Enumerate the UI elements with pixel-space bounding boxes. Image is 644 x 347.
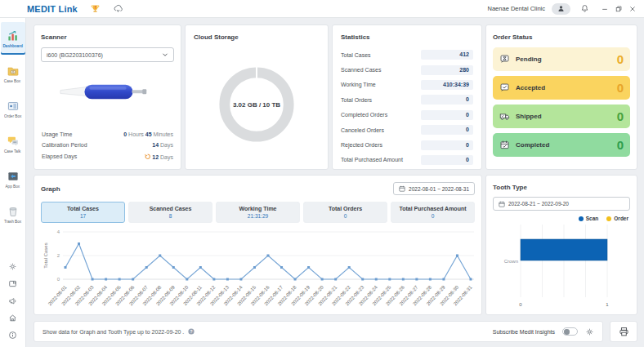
graph-date-range-picker[interactable]: 2022-08-01 ~ 2022-08-31 [393, 182, 475, 195]
print-button[interactable] [610, 321, 637, 342]
scanner-panel: Scanner i600 (BG2203100376) Usage Time0 … [34, 24, 181, 170]
cloud-storage-donut: 3.02 GB / 10 TB [217, 65, 297, 145]
footer-note: Show data for Graph and Tooth Type up to… [42, 329, 184, 335]
statistics-label: Completed Orders [341, 112, 387, 118]
sidebar: DashboardCase BoxOrder BoxCase TalkApp B… [0, 18, 26, 347]
dashboard-main: Scanner i600 (BG2203100376) Usage Time0 … [26, 18, 644, 347]
subscribe-insights-label: Subscribe Medit Insights [493, 329, 555, 335]
scanner-info-row: Calibration Period14 Days [42, 140, 173, 151]
tooth-type-date-range-picker[interactable]: 2022-08-21 ~ 2022-09-20 [493, 197, 630, 211]
sidebar-item-app-box[interactable]: App Box [1, 162, 25, 195]
tooth-type-title: Tooth Type [493, 184, 630, 191]
statistics-row-working-time: Working Time410:34:39 [341, 78, 473, 92]
order-box-icon [7, 100, 20, 113]
settings-icon[interactable] [8, 262, 17, 271]
graph-tab-value: 0 [344, 213, 347, 219]
order-status-label: Accepted [516, 84, 545, 91]
graph-tab-label: Scanned Cases [150, 206, 192, 211]
graph-tab-value: 0 [432, 213, 435, 219]
statistics-value: 0 [421, 95, 473, 105]
svg-text:?: ? [190, 330, 193, 334]
order-status-card-pending[interactable]: Pending0 [493, 47, 630, 71]
statistics-value: 280 [421, 65, 473, 75]
order-status-label: Pending [516, 56, 542, 63]
subscribe-insights-toggle[interactable] [562, 327, 578, 336]
widget-settings-icon[interactable] [585, 327, 594, 336]
announcement-icon[interactable] [8, 296, 17, 305]
statistics-label: Total Cases [341, 52, 371, 58]
scanner-info-label: Calibration Period [42, 142, 87, 148]
scanner-device-select[interactable]: i600 (BG2203100376) [41, 47, 174, 62]
statistics-row-rejected-orders: Rejected Orders0 [341, 137, 473, 152]
sidebar-item-order-box[interactable]: Order Box [1, 92, 25, 125]
shop-icon[interactable] [8, 314, 17, 323]
sidebar-item-dashboard[interactable]: Dashboard [1, 22, 25, 55]
tooth-type-bar-chart: Crown01 [493, 221, 632, 313]
graph-tabs: Total Cases17Scanned Cases8Working Time2… [41, 202, 475, 223]
svg-text:0: 0 [519, 302, 522, 307]
graph-tab-working-time[interactable]: Working Time21:31:29 [216, 202, 300, 223]
scanner-device-value: i600 (BG2203100376) [47, 52, 103, 58]
account-name: Naenae Dental Clinic [488, 5, 545, 12]
order-status-card-accepted[interactable]: Accepted0 [493, 76, 630, 100]
order-status-card-completed[interactable]: Completed0 [493, 133, 630, 157]
dashboard-icon [7, 29, 20, 42]
graph-tab-scanned-cases[interactable]: Scanned Cases8 [128, 202, 212, 223]
calibration-warning-icon [145, 153, 151, 160]
tooth-type-date-range: 2022-08-21 ~ 2022-09-20 [508, 201, 569, 207]
footer-bar: Show data for Graph and Tooth Type up to… [34, 321, 603, 342]
statistics-row-total-cases: Total Cases412 [341, 47, 473, 62]
tooth-type-panel: Tooth Type 2022-08-21 ~ 2022-09-20 ScanO… [485, 175, 637, 315]
sidebar-nav: DashboardCase BoxOrder BoxCase TalkApp B… [1, 22, 25, 233]
minimize-button[interactable] [597, 0, 611, 17]
order-status-count: 0 [617, 52, 624, 66]
help-icon[interactable]: ? [188, 328, 195, 335]
info-icon[interactable] [8, 331, 17, 340]
statistics-row-canceled-orders: Canceled Orders0 [341, 122, 473, 137]
graph-date-range: 2022-08-01 ~ 2022-08-31 [409, 186, 469, 192]
order-status-count: 0 [617, 81, 624, 95]
person-icon [557, 5, 565, 12]
statistics-label: Total Orders [341, 97, 372, 103]
sidebar-item-label: Case Talk [4, 149, 20, 153]
cloud-sync-icon[interactable] [113, 3, 123, 14]
graph-tab-total-cases[interactable]: Total Cases17 [41, 202, 125, 223]
statistics-row-total-orders: Total Orders0 [341, 92, 473, 107]
statistics-title: Statistics [341, 33, 473, 41]
scanner-info-value: 12 Days [145, 153, 173, 160]
statistics-value: 0 [421, 110, 473, 120]
graph-tab-total-purchased-amount[interactable]: Total Purchased Amount0 [391, 202, 475, 223]
guide-icon[interactable] [8, 279, 17, 288]
statistics-label: Rejected Orders [341, 142, 382, 148]
scanner-device-image [56, 77, 160, 108]
restore-button[interactable] [611, 0, 625, 17]
sidebar-item-label: Case Box [4, 78, 20, 82]
statistics-label: Canceled Orders [341, 127, 384, 133]
graph-tab-label: Total Cases [67, 206, 99, 211]
sidebar-item-label: Order Box [4, 113, 21, 118]
event-trophy-icon[interactable] [90, 3, 101, 14]
sidebar-item-case-talk[interactable]: Case Talk [1, 127, 25, 160]
scanner-panel-title: Scanner [41, 33, 174, 41]
order-status-label: Shipped [516, 113, 542, 120]
avatar[interactable] [552, 3, 570, 15]
calendar-icon [399, 185, 405, 192]
statistics-label: Total Purchased Amount [341, 157, 403, 162]
statistics-row-scanned-cases: Scanned Cases280 [341, 62, 473, 77]
app-logo: MEDIT Link [27, 4, 78, 14]
graph-tab-total-orders[interactable]: Total Orders0 [303, 202, 387, 223]
cloud-storage-usage: 3.02 GB / 10 TB [217, 65, 297, 145]
svg-text:Crown: Crown [504, 259, 518, 264]
sidebar-item-trash-box[interactable]: Trash Box [1, 198, 25, 230]
close-button[interactable] [625, 0, 639, 17]
svg-text:0: 0 [57, 277, 60, 282]
sidebar-item-case-box[interactable]: Case Box [1, 57, 25, 90]
statistics-row-completed-orders: Completed Orders0 [341, 108, 473, 122]
order-status-list: Pending0Accepted0Shipped0Completed0 [493, 47, 630, 157]
svg-text:4: 4 [57, 229, 60, 234]
graph-title: Graph [41, 185, 60, 193]
notification-bell-icon[interactable] [580, 4, 589, 13]
scanner-info-rows: Usage Time0 Hours 45 MinutesCalibration … [42, 129, 173, 162]
order-status-label: Completed [516, 141, 549, 149]
order-status-card-shipped[interactable]: Shipped0 [493, 105, 630, 128]
